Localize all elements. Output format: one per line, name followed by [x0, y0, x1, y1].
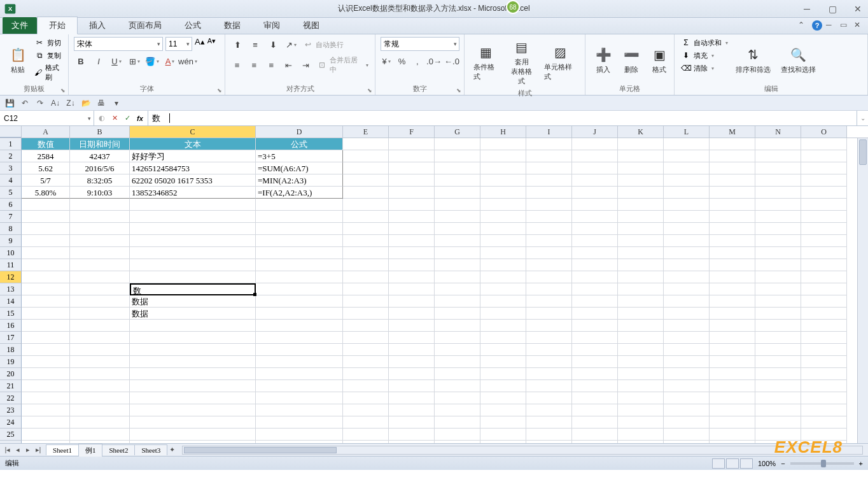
cell-O24[interactable]	[801, 416, 847, 429]
cell-J9[interactable]	[572, 235, 618, 247]
tab-review[interactable]: 审阅	[252, 17, 291, 34]
cell-A9[interactable]	[22, 235, 70, 247]
name-box[interactable]: C12	[0, 111, 94, 125]
cell-J18[interactable]	[572, 344, 618, 356]
col-header-D[interactable]: D	[256, 126, 343, 138]
cell-N10[interactable]	[755, 247, 801, 259]
cell-M11[interactable]	[710, 259, 755, 271]
cell-G5[interactable]	[435, 187, 480, 199]
align-left-button[interactable]: ≡	[230, 59, 244, 71]
cell-G23[interactable]	[435, 404, 480, 416]
cell-A20[interactable]	[22, 368, 70, 380]
cell-G3[interactable]	[435, 162, 480, 174]
qat-open[interactable]: 📂	[80, 97, 92, 109]
cell-F15[interactable]	[389, 308, 435, 320]
cell-N1[interactable]	[755, 138, 801, 150]
cell-A16[interactable]	[22, 320, 70, 332]
row-header-25[interactable]: 25	[0, 429, 22, 441]
cell-G9[interactable]	[435, 235, 480, 247]
fill-color-button[interactable]: 🪣	[145, 55, 159, 67]
indent-dec-button[interactable]: ⇤	[282, 59, 295, 71]
cell-K11[interactable]	[618, 259, 664, 271]
cell-E8[interactable]	[343, 223, 389, 235]
grow-font-button[interactable]: A▴	[195, 37, 205, 51]
cell-M4[interactable]	[710, 174, 755, 187]
cut-button[interactable]: ✂剪切	[33, 37, 63, 48]
cell-O8[interactable]	[801, 223, 847, 235]
cell-L1[interactable]	[664, 138, 710, 150]
cell-A5[interactable]: 5.80%	[22, 187, 70, 199]
cell-L7[interactable]	[664, 211, 710, 223]
cell-G6[interactable]	[435, 199, 480, 211]
cell-C7[interactable]	[130, 211, 256, 223]
cell-J17[interactable]	[572, 332, 618, 344]
cell-N2[interactable]	[755, 150, 801, 162]
cell-C26[interactable]	[130, 441, 256, 443]
cell-M23[interactable]	[710, 404, 755, 416]
cell-M16[interactable]	[710, 320, 755, 332]
cell-I23[interactable]	[526, 404, 572, 416]
cell-I20[interactable]	[526, 368, 572, 380]
cell-I16[interactable]	[526, 320, 572, 332]
cell-B20[interactable]	[70, 368, 130, 380]
cell-B15[interactable]	[70, 308, 130, 320]
cell-H4[interactable]	[480, 174, 526, 187]
tab-home[interactable]: 开始	[37, 17, 78, 34]
fill-button[interactable]: ⬇填充	[680, 50, 729, 61]
row-header-1[interactable]: 1	[0, 138, 22, 150]
cell-D15[interactable]	[256, 308, 343, 320]
col-header-E[interactable]: E	[343, 126, 389, 138]
qat-print[interactable]: 🖶	[95, 97, 107, 109]
cell-M21[interactable]	[710, 380, 755, 392]
cell-N15[interactable]	[755, 308, 801, 320]
cell-L26[interactable]	[664, 441, 710, 443]
row-header-3[interactable]: 3	[0, 162, 22, 174]
cell-O19[interactable]	[801, 356, 847, 368]
cell-N24[interactable]	[755, 416, 801, 429]
cell-I24[interactable]	[526, 416, 572, 429]
cell-H25[interactable]	[480, 429, 526, 441]
cell-K8[interactable]	[618, 223, 664, 235]
cell-H12[interactable]	[480, 271, 526, 283]
cell-E5[interactable]	[343, 187, 389, 199]
cell-J22[interactable]	[572, 392, 618, 404]
number-launcher[interactable]: ⬊	[456, 87, 461, 94]
redo-button[interactable]: ↷	[34, 97, 46, 109]
zoom-in-button[interactable]: +	[859, 460, 863, 467]
row-header-21[interactable]: 21	[0, 380, 22, 392]
cell-K4[interactable]	[618, 174, 664, 187]
currency-button[interactable]: ¥	[381, 55, 392, 67]
cell-H6[interactable]	[480, 199, 526, 211]
cell-C12[interactable]	[130, 271, 256, 283]
cell-C14[interactable]: 数据	[130, 295, 256, 308]
cell-M15[interactable]	[710, 308, 755, 320]
cell-A8[interactable]	[22, 223, 70, 235]
inc-decimal-button[interactable]: .0→	[427, 55, 441, 67]
cell-M3[interactable]	[710, 162, 755, 174]
cell-K16[interactable]	[618, 320, 664, 332]
cell-I17[interactable]	[526, 332, 572, 344]
cell-K25[interactable]	[618, 429, 664, 441]
cell-N17[interactable]	[755, 332, 801, 344]
merge-button[interactable]: ⊡合并后居中	[316, 55, 370, 75]
col-header-L[interactable]: L	[664, 126, 710, 138]
col-header-K[interactable]: K	[618, 126, 664, 138]
cell-C19[interactable]	[130, 356, 256, 368]
cell-J14[interactable]	[572, 295, 618, 308]
cell-A2[interactable]: 2584	[22, 150, 70, 162]
help-icon[interactable]: ?	[812, 20, 822, 31]
formula-nav-icon[interactable]: ◐	[97, 113, 107, 124]
align-center-button[interactable]: ≡	[248, 59, 261, 71]
cell-B16[interactable]	[70, 320, 130, 332]
cell-E23[interactable]	[343, 404, 389, 416]
cell-D8[interactable]	[256, 223, 343, 235]
cell-G21[interactable]	[435, 380, 480, 392]
cell-B23[interactable]	[70, 404, 130, 416]
vertical-scrollbar[interactable]	[857, 138, 868, 443]
cell-B10[interactable]	[70, 247, 130, 259]
align-middle-button[interactable]: ≡	[248, 38, 262, 51]
cell-N9[interactable]	[755, 235, 801, 247]
row-header-15[interactable]: 15	[0, 308, 22, 320]
cell-E24[interactable]	[343, 416, 389, 429]
cell-H11[interactable]	[480, 259, 526, 271]
